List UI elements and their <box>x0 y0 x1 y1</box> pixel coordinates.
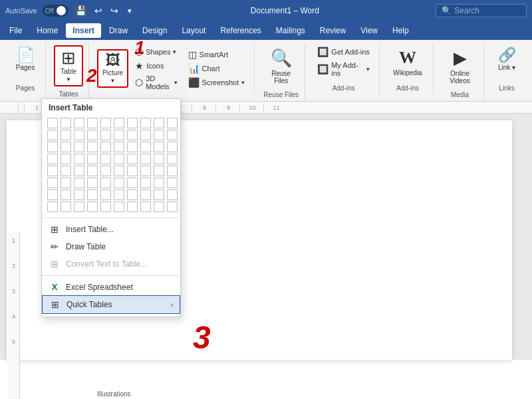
menu-help[interactable]: Help <box>386 23 416 38</box>
grid-cell-4-8[interactable] <box>140 154 151 164</box>
grid-cell-5-2[interactable] <box>61 166 71 176</box>
grid-cell-5-4[interactable] <box>87 166 98 176</box>
grid-cell-3-6[interactable] <box>114 142 124 152</box>
grid-cell-7-7[interactable] <box>127 190 138 200</box>
menu-layout[interactable]: Layout <box>175 23 212 38</box>
grid-cell-5-8[interactable] <box>140 166 151 176</box>
grid-cell-5-5[interactable] <box>100 166 111 176</box>
icons-button[interactable]: ★ Icons <box>131 59 181 72</box>
grid-cell-3-3[interactable] <box>74 142 84 152</box>
grid-cell-1-9[interactable] <box>154 118 164 128</box>
grid-cell-6-6[interactable] <box>114 178 124 188</box>
draw-table-menu-item[interactable]: ✏ Draw Table <box>42 238 180 255</box>
grid-cell-4-4[interactable] <box>87 154 98 164</box>
grid-cell-7-9[interactable] <box>154 190 164 200</box>
grid-cell-1-3[interactable] <box>74 118 84 128</box>
grid-cell-4-6[interactable] <box>114 154 124 164</box>
grid-cell-1-5[interactable] <box>100 118 111 128</box>
grid-cell-7-6[interactable] <box>114 190 124 200</box>
menu-draw[interactable]: Draw <box>102 23 134 38</box>
grid-cell-2-7[interactable] <box>127 130 138 140</box>
grid-cell-6-1[interactable] <box>47 178 58 188</box>
grid-cell-6-8[interactable] <box>140 178 151 188</box>
reuse-files-button[interactable]: 🔍 ReuseFiles <box>263 45 299 87</box>
grid-cell-6-3[interactable] <box>74 178 84 188</box>
grid-cell-8-6[interactable] <box>114 201 124 212</box>
table-button[interactable]: ⊞ Table ▼ <box>54 45 83 86</box>
grid-cell-3-1[interactable] <box>47 142 58 152</box>
grid-cell-8-9[interactable] <box>154 201 164 212</box>
grid-cell-3-8[interactable] <box>140 142 151 152</box>
grid-cell-4-5[interactable] <box>100 154 111 164</box>
grid-cell-1-8[interactable] <box>140 118 151 128</box>
grid-cell-2-5[interactable] <box>100 130 111 140</box>
picture-button[interactable]: 🖼 Picture ▼ <box>97 49 128 88</box>
grid-cell-1-4[interactable] <box>87 118 98 128</box>
grid-cell-2-8[interactable] <box>140 130 151 140</box>
menu-view[interactable]: View <box>354 23 384 38</box>
grid-cell-5-7[interactable] <box>127 166 138 176</box>
grid-cell-6-7[interactable] <box>127 178 138 188</box>
link-button[interactable]: 🔗 Link ▾ <box>492 45 521 74</box>
grid-cell-8-4[interactable] <box>87 201 98 212</box>
chart-button[interactable]: 📊 Chart <box>184 62 249 75</box>
autosave-toggle[interactable]: Off <box>43 5 68 17</box>
menu-mailings[interactable]: Mailings <box>269 23 312 38</box>
pages-button[interactable]: 📄 Pages <box>11 45 40 74</box>
grid-cell-5-3[interactable] <box>74 166 84 176</box>
grid-cell-1-7[interactable] <box>127 118 138 128</box>
grid-cell-2-2[interactable] <box>61 130 71 140</box>
grid-cell-8-3[interactable] <box>74 201 84 212</box>
quick-tables-menu-item[interactable]: ⊞ Quick Tables › <box>42 295 180 314</box>
grid-cell-8-10[interactable] <box>167 201 178 212</box>
grid-cell-8-8[interactable] <box>140 201 151 212</box>
screenshot-button[interactable]: ⬛ Screenshot ▾ <box>184 76 249 89</box>
grid-cell-7-1[interactable] <box>47 190 58 200</box>
wikipedia-button[interactable]: W Wikipedia <box>388 45 428 79</box>
grid-cell-4-1[interactable] <box>47 154 58 164</box>
search-input[interactable] <box>454 6 521 15</box>
grid-cell-5-1[interactable] <box>47 166 58 176</box>
save-icon[interactable]: 💾 <box>74 4 88 17</box>
grid-cell-6-4[interactable] <box>87 178 98 188</box>
insert-table-menu-item[interactable]: ⊞ Insert Table... <box>42 221 180 238</box>
grid-cell-1-10[interactable] <box>167 118 178 128</box>
grid-cell-2-10[interactable] <box>167 130 178 140</box>
menu-review[interactable]: Review <box>313 23 352 38</box>
getaddins-button[interactable]: 🔲 Get Add-ins <box>313 45 373 59</box>
grid-cell-3-7[interactable] <box>127 142 138 152</box>
3dmodels-button[interactable]: ⬡ 3D Models ▾ <box>131 73 181 92</box>
grid-cell-8-5[interactable] <box>100 201 111 212</box>
grid-cell-1-6[interactable] <box>114 118 124 128</box>
grid-cell-3-9[interactable] <box>154 142 164 152</box>
grid-cell-2-9[interactable] <box>154 130 164 140</box>
menu-file[interactable]: File <box>3 23 29 38</box>
grid-cell-4-7[interactable] <box>127 154 138 164</box>
menu-design[interactable]: Design <box>136 23 174 38</box>
grid-cell-8-2[interactable] <box>61 201 71 212</box>
grid-cell-2-4[interactable] <box>87 130 98 140</box>
grid-cell-7-5[interactable] <box>100 190 111 200</box>
undo-icon[interactable]: ↩ <box>93 4 104 17</box>
grid-cell-3-10[interactable] <box>167 142 178 152</box>
grid-cell-4-9[interactable] <box>154 154 164 164</box>
grid-cell-8-7[interactable] <box>127 201 138 212</box>
grid-cell-4-10[interactable] <box>167 154 178 164</box>
menu-insert[interactable]: Insert <box>66 23 101 38</box>
grid-cell-7-3[interactable] <box>74 190 84 200</box>
grid-cell-6-9[interactable] <box>154 178 164 188</box>
grid-cell-3-4[interactable] <box>87 142 98 152</box>
grid-cell-5-6[interactable] <box>114 166 124 176</box>
grid-cell-3-2[interactable] <box>61 142 71 152</box>
grid-cell-2-1[interactable] <box>47 130 58 140</box>
smartart-button[interactable]: ◫ SmartArt <box>184 48 249 61</box>
grid-cell-3-5[interactable] <box>100 142 111 152</box>
grid-cell-4-2[interactable] <box>61 154 71 164</box>
grid-cell-2-6[interactable] <box>114 130 124 140</box>
grid-cell-8-1[interactable] <box>47 201 58 212</box>
grid-cell-6-2[interactable] <box>61 178 71 188</box>
online-videos-button[interactable]: ▶ OnlineVideos <box>442 45 478 87</box>
grid-cell-4-3[interactable] <box>74 154 84 164</box>
quick-access-dropdown-icon[interactable]: ▼ <box>125 6 134 16</box>
grid-cell-7-10[interactable] <box>167 190 178 200</box>
